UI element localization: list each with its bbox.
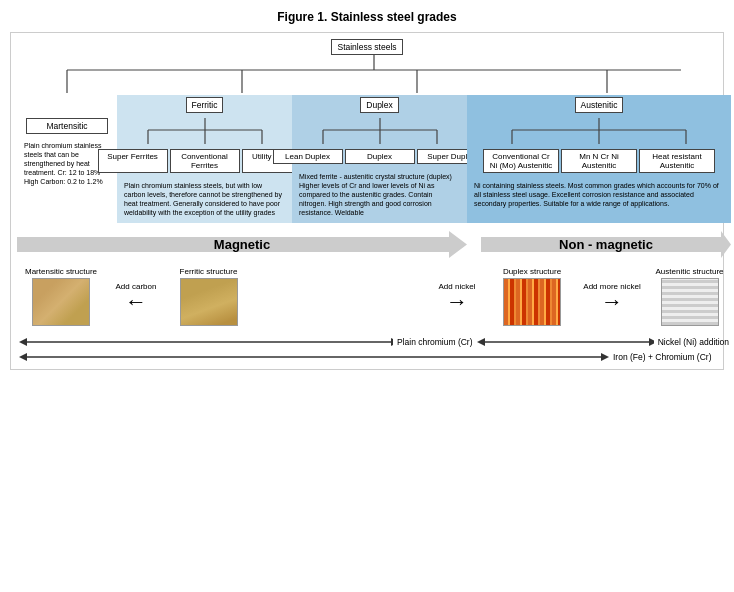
duplex-structure-label: Duplex structure <box>503 267 561 276</box>
magnetic-arrow: Magnetic <box>17 229 467 259</box>
lean-duplex-node: Lean Duplex <box>273 149 343 164</box>
svg-marker-25 <box>477 338 485 346</box>
martensitic-image <box>32 278 90 326</box>
super-ferrites-node: Super Ferrites <box>98 149 168 173</box>
col-duplex: Duplex <box>292 95 467 115</box>
add-nickel-block: Add nickel → <box>422 282 492 313</box>
diagram-area: Stainless steels Ferritic Duplex Austeni… <box>10 32 724 370</box>
conventional-austenitic-node: Conventional Cr Ni (Mo) Austenitic <box>483 149 559 173</box>
austenitic-section: Conventional Cr Ni (Mo) Austenitic Mn N … <box>467 115 731 223</box>
ferritic-node: Ferritic <box>186 97 224 113</box>
conventional-ferrites-node: Conventional Ferrites <box>170 149 240 173</box>
martensitic-structure-block: Martensitic structure <box>21 267 101 328</box>
iron-cr-arrow <box>19 351 609 363</box>
austenitic-image <box>661 278 719 326</box>
duplex-node: Duplex <box>360 97 398 113</box>
ferritic-lines <box>120 118 290 146</box>
svg-marker-22 <box>19 338 27 346</box>
austenitic-node: Austenitic <box>575 97 624 113</box>
svg-marker-23 <box>391 338 393 346</box>
austenitic-structure-label: Austenitic structure <box>655 267 723 276</box>
heat-resistant-node: Heat resistant Austenitic <box>639 149 715 173</box>
root-node-row: Stainless steels <box>17 39 717 55</box>
austenitic-lines <box>470 118 728 146</box>
non-magnetic-label: Non - magnetic <box>559 237 653 252</box>
svg-marker-29 <box>601 353 609 361</box>
duplex-image <box>503 278 561 326</box>
duplex-sub-nodes: Lean Duplex Duplex Super Duplex <box>273 149 487 164</box>
add-more-nickel-block: Add more nickel → <box>572 282 652 313</box>
right-arrow-icon-1: → <box>446 291 468 313</box>
left-arrow-icon: ← <box>125 291 147 313</box>
plain-cr-label: Plain chromium (Cr) <box>397 337 473 347</box>
col-austenitic: Austenitic <box>467 95 731 115</box>
ni-addition-arrow <box>477 336 654 348</box>
ni-addition-label: Nickel (Ni) addition <box>658 337 729 347</box>
ferritic-image <box>180 278 238 326</box>
duplex-section: Lean Duplex Duplex Super Duplex Mixed fe… <box>292 115 467 223</box>
mn-n-cr-ni-node: Mn N Cr Ni Austenitic <box>561 149 637 173</box>
svg-marker-26 <box>649 338 654 346</box>
martensitic-structure-label: Martensitic structure <box>25 267 97 276</box>
structures-row: Martensitic structure Add carbon ← Ferri… <box>17 267 731 328</box>
add-carbon-block: Add carbon ← <box>101 282 171 313</box>
col-martensitic <box>17 95 117 99</box>
col-ferritic: Ferritic <box>117 95 292 115</box>
austenitic-sub-nodes: Conventional Cr Ni (Mo) Austenitic Mn N … <box>483 149 715 173</box>
root-node: Stainless steels <box>331 39 402 55</box>
plain-cr-arrow-left <box>19 336 393 348</box>
austenitic-structure-block: Austenitic structure <box>652 267 727 328</box>
ferritic-structure-label: Ferritic structure <box>180 267 238 276</box>
ferritic-section: Super Ferrites Conventional Ferrites Uti… <box>117 115 292 223</box>
ferritic-desc: Plain chromium stainless steels, but wit… <box>120 178 289 220</box>
main-content-row: Martensitic Plain chromium stainless ste… <box>17 115 731 223</box>
level1-row: Ferritic Duplex Austenitic <box>17 95 731 115</box>
austenitic-desc: Ni containing stainless steels. Most com… <box>470 178 728 211</box>
right-arrow-icon-2: → <box>601 291 623 313</box>
iron-cr-row: Iron (Fe) + Chromium (Cr) <box>19 351 729 363</box>
ferritic-structure-block: Ferritic structure <box>171 267 246 328</box>
non-magnetic-arrow: Non - magnetic <box>481 229 731 259</box>
magnetic-label: Magnetic <box>214 237 270 252</box>
martensitic-main-node: Martensitic <box>26 118 108 134</box>
root-lines-svg <box>17 55 731 95</box>
duplex-lines <box>295 118 465 146</box>
bottom-arrows-area: Plain chromium (Cr) Nickel (Ni) addition… <box>17 336 731 363</box>
duplex-sub-node: Duplex <box>345 149 415 164</box>
iron-cr-label: Iron (Fe) + Chromium (Cr) <box>613 352 711 362</box>
plain-chromium-row: Plain chromium (Cr) Nickel (Ni) addition <box>19 336 729 348</box>
duplex-structure-block: Duplex structure <box>492 267 572 328</box>
duplex-desc: Mixed ferrite - austenitic crystal struc… <box>295 169 464 220</box>
figure-title: Figure 1. Stainless steel grades <box>10 10 724 24</box>
magnetic-row: Magnetic Non - magnetic <box>17 229 731 259</box>
svg-marker-28 <box>19 353 27 361</box>
